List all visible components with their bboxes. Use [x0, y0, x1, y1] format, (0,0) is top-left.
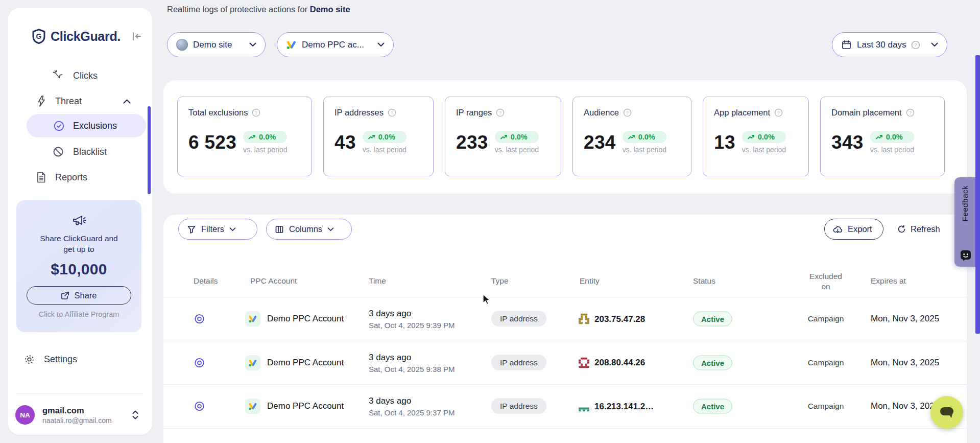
ppc-account-selector-label: Demo PPC ac... — [302, 40, 364, 50]
stat-period: vs. last period — [870, 146, 914, 154]
sidebar-item-label: Reports — [55, 172, 87, 183]
globe-icon — [176, 39, 188, 51]
help-icon[interactable]: ? — [388, 108, 396, 117]
stat-label: Audience — [584, 108, 619, 118]
row-details-icon[interactable] — [194, 401, 205, 412]
svg-text:?: ? — [777, 110, 780, 115]
row-time: 3 days ago Sat, Oct 4, 2025 9:39 PM — [369, 309, 455, 330]
sidebar-item-exclusions[interactable]: Exclusions — [27, 114, 146, 137]
calendar-icon — [841, 39, 852, 50]
svg-text:?: ? — [909, 110, 912, 115]
chat-widget-button[interactable] — [930, 396, 963, 429]
help-icon[interactable]: ? — [774, 108, 783, 117]
columns-icon — [275, 225, 284, 234]
table-rows: Demo PPC Account 3 days ago Sat, Oct 4, … — [163, 297, 967, 443]
chevron-up-down-icon — [132, 410, 139, 420]
sidebar-collapse-icon[interactable] — [131, 31, 142, 42]
sidebar-item-settings[interactable]: Settings — [23, 354, 77, 365]
table-row[interactable]: Demo PPC Account 3 days ago Sat, Oct 4, … — [163, 297, 967, 341]
svg-text:?: ? — [626, 110, 629, 115]
sidebar-scrollbar-thumb[interactable] — [148, 106, 151, 194]
page-scrollbar-thumb[interactable] — [975, 55, 980, 334]
stat-value: 234 — [584, 133, 616, 152]
stat-value: 13 — [714, 133, 735, 152]
columns-dropdown[interactable]: Columns — [266, 219, 352, 240]
help-icon[interactable]: ? — [911, 40, 920, 50]
export-label: Export — [848, 224, 872, 234]
document-icon — [36, 171, 46, 183]
chevron-down-icon — [229, 227, 236, 231]
trend-up-icon — [876, 134, 883, 139]
chevron-up-icon — [123, 99, 131, 104]
trend-up-icon — [249, 134, 256, 139]
help-icon[interactable]: ? — [252, 108, 260, 117]
share-button[interactable]: Share — [27, 286, 131, 305]
entity-value: 208.80.44.26 — [594, 358, 645, 368]
trend-up-icon — [748, 134, 755, 139]
date-range-dropdown[interactable]: Last 30 days ? — [832, 32, 947, 57]
refresh-button[interactable]: Refresh — [897, 219, 940, 240]
row-time: 3 days ago Sat, Oct 4, 2025 9:37 PM — [369, 396, 455, 417]
ppc-account-selector-dropdown[interactable]: Demo PPC ac... — [277, 32, 394, 57]
row-expires-at: Mon, Nov 3, 2025 — [871, 314, 939, 324]
stat-period: vs. last period — [363, 146, 407, 154]
user-email: naatali.ro@gmail.com — [42, 416, 112, 425]
row-details-icon[interactable] — [194, 357, 205, 368]
svg-text:?: ? — [255, 110, 257, 115]
feedback-tab[interactable]: Feedback — [954, 177, 977, 267]
affiliate-link[interactable]: Click to Affiliate Program — [16, 310, 141, 318]
status-badge: Active — [693, 399, 732, 414]
row-ppc-account: Demo PPC Account — [245, 311, 344, 327]
subtitle-site: Demo site — [310, 5, 350, 14]
type-badge: IP address — [491, 398, 546, 414]
table-row[interactable]: Demo PPC Account 3 days ago Sat, Oct 4, … — [163, 384, 967, 428]
sidebar-item-reports[interactable]: Reports — [8, 166, 152, 189]
user-account-switcher[interactable]: NA gmail.com naatali.ro@gmail.com — [15, 400, 145, 430]
table-row-partial[interactable]: 3 days ago — [163, 428, 967, 443]
refresh-icon — [897, 225, 906, 234]
sidebar: G ClickGuard. Clicks Threat Exclusions B… — [8, 8, 152, 435]
sidebar-item-threat[interactable]: Threat — [8, 90, 152, 112]
stat-value: 233 — [456, 133, 488, 152]
row-excluded-on: Campaign — [798, 314, 854, 323]
column-header-entity: Entity — [580, 276, 600, 286]
filters-dropdown[interactable]: Filters — [178, 219, 257, 240]
clickguard-dashboard: { "colors": { "accent": "#5a51e8", "viol… — [0, 0, 980, 443]
help-icon[interactable]: ? — [623, 108, 632, 117]
sidebar-item-blacklist[interactable]: Blacklist — [8, 141, 152, 163]
entity-value: 16.213.141.2… — [594, 401, 654, 411]
blocked-icon — [53, 146, 64, 157]
row-entity: 203.75.47.28 — [579, 314, 645, 324]
row-type: IP address — [491, 314, 546, 323]
help-icon[interactable]: ? — [496, 108, 505, 117]
column-header-status: Status — [693, 276, 715, 286]
clickguard-logo-icon: G — [32, 29, 46, 44]
column-header-type: Type — [491, 276, 509, 286]
table-row[interactable]: Demo PPC Account 3 days ago Sat, Oct 4, … — [163, 341, 967, 385]
google-ads-icon — [245, 355, 260, 370]
row-ppc-account: Demo PPC Account — [245, 399, 344, 414]
row-type: IP address — [491, 402, 546, 411]
stat-card-domain-placement: Domain placement ? 343 0.0% vs. last per… — [820, 97, 945, 176]
row-details-icon[interactable] — [194, 314, 205, 324]
sidebar-item-clicks[interactable]: Clicks — [8, 64, 152, 87]
export-button[interactable]: Export — [824, 219, 883, 240]
svg-text:?: ? — [499, 110, 501, 115]
logo-row: G ClickGuard. — [32, 29, 142, 44]
affiliate-promo-card: Share ClickGuard and get up to $10,000 S… — [16, 200, 141, 332]
feedback-label: Feedback — [961, 185, 970, 221]
google-ads-icon — [245, 399, 260, 414]
ip-identicon — [579, 401, 589, 412]
help-icon[interactable]: ? — [906, 108, 915, 117]
share-button-label: Share — [74, 291, 97, 300]
trend-up-icon — [628, 134, 635, 139]
lightning-icon — [36, 95, 47, 107]
row-entity: 208.80.44.26 — [579, 357, 645, 368]
sidebar-item-label: Exclusions — [73, 121, 117, 131]
stat-label: App placement — [714, 108, 770, 118]
stat-card-ip-addresses: IP addresses ? 43 0.0% vs. last period — [323, 97, 434, 176]
stat-delta-badge: 0.0% — [870, 131, 914, 143]
site-selector-dropdown[interactable]: Demo site — [167, 32, 266, 57]
exclusions-table-panel: Filters Columns Export Refresh Details P… — [163, 215, 967, 443]
sidebar-item-label: Threat — [55, 96, 82, 107]
